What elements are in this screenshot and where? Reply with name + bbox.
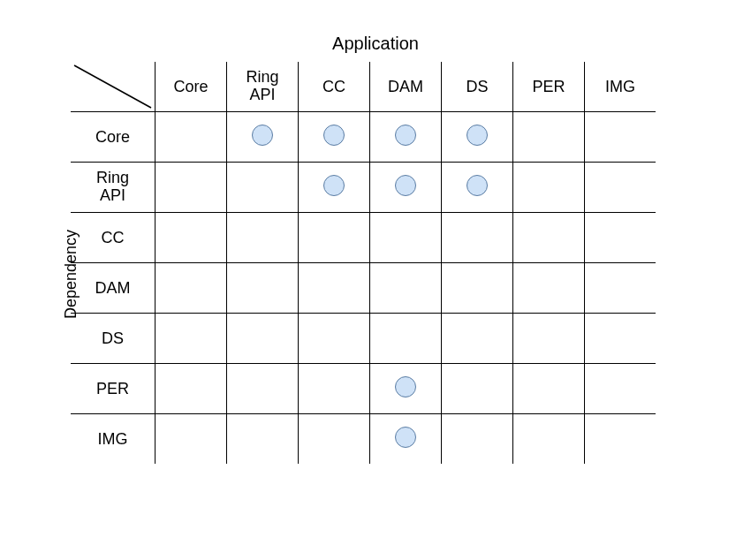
- matrix-cell: [299, 163, 370, 213]
- col-header: PER: [513, 62, 585, 112]
- dependency-dot-icon: [467, 125, 488, 146]
- matrix-cell: [370, 163, 442, 213]
- matrix-cell: [585, 263, 656, 314]
- col-header: RingAPI: [227, 62, 299, 112]
- matrix-cell: [227, 414, 299, 465]
- matrix-cell: [585, 213, 656, 263]
- matrix-cell: [299, 263, 370, 314]
- application-title: Application: [0, 34, 751, 54]
- dependency-dot-icon: [395, 427, 416, 448]
- matrix-diagram: Application Dependency Core RingAPI CC D…: [0, 0, 751, 560]
- matrix-cell: [442, 414, 513, 465]
- matrix-cell: [585, 314, 656, 364]
- col-label: RingAPI: [246, 68, 278, 103]
- table-row: DS: [71, 314, 656, 364]
- matrix-cell: [513, 263, 585, 314]
- matrix-cell: [513, 112, 585, 163]
- col-header: Core: [156, 62, 227, 112]
- table-row: RingAPI: [71, 163, 656, 213]
- matrix-cell: [370, 364, 442, 414]
- matrix-cell: [585, 163, 656, 213]
- matrix-cell: [442, 112, 513, 163]
- row-header: DAM: [71, 263, 156, 314]
- matrix-grid: Core RingAPI CC DAM DS PER IMG CoreRingA…: [71, 62, 656, 464]
- dependency-dot-icon: [467, 175, 488, 196]
- col-label: DAM: [388, 78, 423, 95]
- matrix-cell: [370, 263, 442, 314]
- table-row: CC: [71, 213, 656, 263]
- row-header: Core: [71, 112, 156, 163]
- matrix-cell: [156, 112, 227, 163]
- diagonal-line-icon: [71, 62, 155, 111]
- dependency-dot-icon: [395, 376, 416, 397]
- matrix-cell: [513, 314, 585, 364]
- matrix-cell: [442, 364, 513, 414]
- matrix-cell: [299, 414, 370, 465]
- col-header: CC: [299, 62, 370, 112]
- table-row: PER: [71, 364, 656, 414]
- matrix-cell: [156, 163, 227, 213]
- dependency-dot-icon: [395, 125, 416, 146]
- row-header: DS: [71, 314, 156, 364]
- matrix-cell: [299, 364, 370, 414]
- col-label: PER: [532, 78, 565, 95]
- matrix-cell: [156, 364, 227, 414]
- matrix-cell: [227, 364, 299, 414]
- matrix-cell: [299, 213, 370, 263]
- matrix-cell: [442, 314, 513, 364]
- matrix-cell: [585, 414, 656, 465]
- matrix-cell: [370, 414, 442, 465]
- matrix-cell: [227, 314, 299, 364]
- matrix-cell: [227, 263, 299, 314]
- row-header: PER: [71, 364, 156, 414]
- table-row: Core: [71, 112, 656, 163]
- row-header: CC: [71, 213, 156, 263]
- matrix-cell: [370, 213, 442, 263]
- matrix-cell: [442, 213, 513, 263]
- row-header: IMG: [71, 414, 156, 465]
- col-header: DS: [442, 62, 513, 112]
- matrix-cell: [156, 314, 227, 364]
- matrix-cell: [227, 163, 299, 213]
- matrix-table: Core RingAPI CC DAM DS PER IMG CoreRingA…: [71, 62, 656, 464]
- matrix-cell: [370, 314, 442, 364]
- corner-cell: [71, 62, 156, 112]
- header-row: Core RingAPI CC DAM DS PER IMG: [71, 62, 656, 112]
- table-row: DAM: [71, 263, 656, 314]
- matrix-cell: [585, 364, 656, 414]
- matrix-cell: [227, 112, 299, 163]
- matrix-cell: [585, 112, 656, 163]
- matrix-cell: [227, 213, 299, 263]
- matrix-cell: [513, 213, 585, 263]
- matrix-cell: [370, 112, 442, 163]
- col-label: CC: [322, 78, 345, 95]
- dependency-dot-icon: [323, 175, 345, 196]
- matrix-cell: [442, 263, 513, 314]
- col-label: IMG: [605, 78, 635, 95]
- dependency-dot-icon: [323, 125, 345, 146]
- matrix-cell: [513, 163, 585, 213]
- table-row: IMG: [71, 414, 656, 465]
- matrix-cell: [156, 263, 227, 314]
- row-header: RingAPI: [71, 163, 156, 213]
- matrix-cell: [513, 414, 585, 465]
- matrix-cell: [513, 364, 585, 414]
- matrix-body: CoreRingAPICCDAMDSPERIMG: [71, 112, 656, 465]
- dependency-dot-icon: [252, 125, 273, 146]
- matrix-cell: [156, 213, 227, 263]
- col-header: IMG: [585, 62, 656, 112]
- col-label: Core: [173, 78, 208, 95]
- matrix-cell: [299, 112, 370, 163]
- dependency-dot-icon: [395, 175, 416, 196]
- matrix-cell: [299, 314, 370, 364]
- svg-line-0: [74, 65, 151, 108]
- matrix-cell: [156, 414, 227, 465]
- col-label: DS: [466, 78, 488, 95]
- col-header: DAM: [370, 62, 442, 112]
- matrix-cell: [442, 163, 513, 213]
